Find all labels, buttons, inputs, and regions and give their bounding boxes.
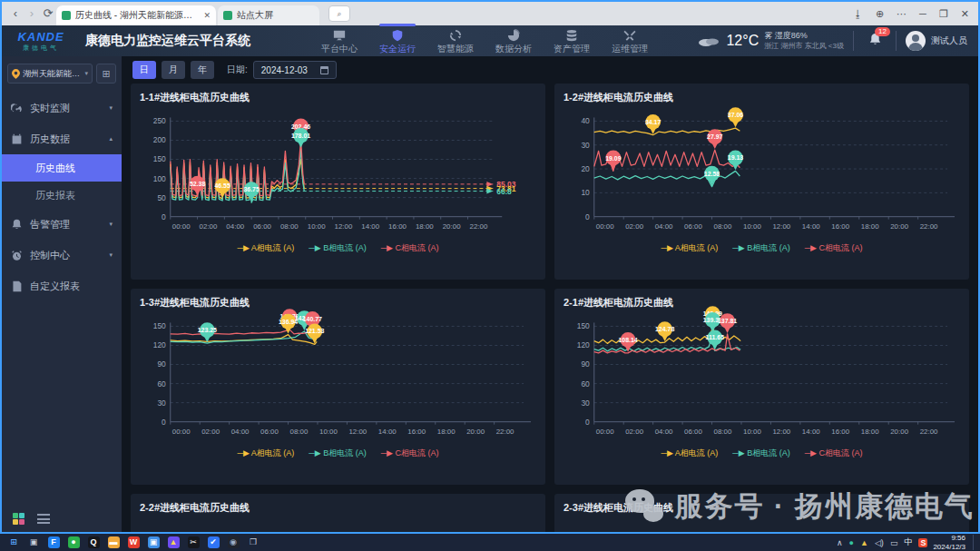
browser-forward-button[interactable]: › bbox=[24, 3, 40, 25]
sidebar-item-alarm[interactable]: 告警管理 ▾ bbox=[2, 209, 122, 240]
period-month-button[interactable]: 月 bbox=[162, 61, 185, 79]
svg-text:14:00: 14:00 bbox=[378, 428, 397, 436]
legend-item[interactable]: ─▶ C相电流 (A) bbox=[381, 448, 439, 459]
chart-legend: ─▶ A相电流 (A)─▶ B相电流 (A)─▶ C相电流 (A) bbox=[140, 448, 536, 459]
sidebar-item-history-data[interactable]: 历史数据 ▴ bbox=[2, 123, 122, 154]
legend-item[interactable]: ─▶ A相电流 (A) bbox=[662, 448, 719, 459]
nav-platform-center[interactable]: 平台中心 bbox=[314, 27, 365, 55]
legend-item[interactable]: ─▶ A相电流 (A) bbox=[238, 448, 295, 459]
nav-asset-management[interactable]: 资产管理 bbox=[546, 27, 597, 55]
chevron-down-icon: ▾ bbox=[109, 221, 113, 228]
start-icon[interactable]: ⊞ bbox=[4, 535, 24, 550]
tray-color-icon[interactable]: ▲ bbox=[860, 538, 868, 547]
gauge-icon bbox=[11, 103, 23, 114]
browser-menu-icon[interactable]: ⋯ bbox=[897, 8, 906, 20]
site-grid-button[interactable]: ⊞ bbox=[96, 64, 116, 84]
window-close-button[interactable]: ✕ bbox=[961, 8, 969, 20]
screen-capture-icon[interactable]: ❐ bbox=[243, 535, 263, 550]
user-menu[interactable]: 测试人员 bbox=[906, 31, 971, 51]
svg-text:19.09: 19.09 bbox=[605, 155, 622, 162]
svg-text:16:00: 16:00 bbox=[407, 428, 426, 436]
browser-tab-active[interactable]: 历史曲线 - 湖州天能新能源储能管理平台 ✕ bbox=[56, 5, 216, 25]
tray-expand-icon[interactable]: ∧ bbox=[837, 538, 843, 547]
svg-text:10:00: 10:00 bbox=[743, 222, 761, 231]
apps-grid-icon[interactable] bbox=[13, 513, 24, 525]
show-desktop-button[interactable] bbox=[973, 535, 976, 550]
svg-text:18:00: 18:00 bbox=[861, 222, 879, 231]
svg-text:02:00: 02:00 bbox=[625, 428, 643, 436]
legend-item[interactable]: ─▶ B相电流 (A) bbox=[732, 448, 789, 459]
nav-data-analysis[interactable]: 数据分析 bbox=[488, 27, 539, 55]
browser-tab-inactive[interactable]: 站点大屏 bbox=[218, 5, 319, 25]
browser-back-button[interactable]: ‹ bbox=[7, 3, 24, 25]
legend-item[interactable]: ─▶ C相电流 (A) bbox=[381, 242, 439, 254]
browser-download-icon[interactable]: ⭳ bbox=[853, 8, 863, 19]
volume-icon[interactable]: ◁) bbox=[875, 538, 884, 547]
chart-title: 2-3#进线柜电流历史曲线 bbox=[564, 501, 960, 515]
date-picker[interactable]: 2024-12-03 bbox=[253, 61, 337, 79]
marker-balloon: 19.13 bbox=[728, 151, 744, 171]
tab-title: 历史曲线 - 湖州天能新能源储能管理平台 bbox=[75, 9, 200, 22]
window-minimize-button[interactable]: ─ bbox=[919, 8, 926, 19]
tab-title: 站点大屏 bbox=[237, 9, 314, 22]
legend-item[interactable]: ─▶ A相电流 (A) bbox=[662, 242, 719, 254]
period-day-button[interactable]: 日 bbox=[132, 61, 156, 79]
svg-text:10:00: 10:00 bbox=[308, 222, 326, 231]
top-nav: 平台中心 安全运行 智慧能源 数据分析 资产管理 运维管理 bbox=[314, 27, 655, 55]
sidebar-item-control-center[interactable]: 控制中心 ▾ bbox=[2, 240, 122, 271]
svg-text:150: 150 bbox=[577, 321, 590, 330]
sidebar-item-history-curve[interactable]: 历史曲线 bbox=[2, 154, 122, 182]
nav-ops-management[interactable]: 运维管理 bbox=[604, 27, 655, 55]
sogou-icon[interactable]: S bbox=[918, 538, 927, 547]
file-explorer-icon[interactable]: ▬ bbox=[103, 535, 123, 550]
marker-balloon: 19.09 bbox=[605, 151, 622, 171]
task-view-icon[interactable]: ▣ bbox=[24, 535, 44, 550]
svg-text:108.14: 108.14 bbox=[618, 337, 637, 343]
camera-app-icon[interactable]: ◉ bbox=[223, 535, 243, 550]
nav-smart-energy[interactable]: 智慧能源 bbox=[430, 27, 481, 55]
sidebar-item-history-report[interactable]: 历史报表 bbox=[2, 182, 122, 209]
pc-manager-icon[interactable]: ✔ bbox=[203, 535, 223, 550]
svg-text:30: 30 bbox=[157, 398, 166, 408]
svg-text:22:00: 22:00 bbox=[920, 428, 938, 436]
input-method-indicator[interactable]: 中 bbox=[904, 536, 912, 548]
wps-icon[interactable]: W bbox=[123, 535, 143, 550]
legend-item[interactable]: ─▶ C相电流 (A) bbox=[805, 448, 863, 459]
mountain-app-icon[interactable]: ▲ bbox=[163, 535, 183, 550]
sidebar-item-custom-report[interactable]: 自定义报表 bbox=[2, 271, 122, 301]
database-icon bbox=[565, 29, 578, 42]
window-maximize-button[interactable]: ❐ bbox=[939, 8, 948, 20]
feishu-icon[interactable]: F bbox=[44, 535, 64, 550]
network-icon[interactable]: ▭ bbox=[890, 538, 898, 547]
legend-item[interactable]: ─▶ A相电流 (A) bbox=[238, 242, 295, 254]
taskbar-clock[interactable]: 9:56 2024/12/3 bbox=[927, 534, 971, 550]
tray-green-icon[interactable]: ● bbox=[849, 538, 854, 547]
photos-icon[interactable]: ▣ bbox=[143, 535, 163, 550]
user-name: 测试人员 bbox=[931, 34, 967, 47]
qq-icon[interactable]: Q bbox=[83, 535, 103, 550]
legend-item[interactable]: ─▶ B相电流 (A) bbox=[309, 448, 366, 459]
monitor-icon bbox=[333, 29, 346, 42]
list-icon[interactable] bbox=[37, 514, 50, 524]
tab-search-icon[interactable]: ⌕ bbox=[328, 5, 350, 22]
period-year-button[interactable]: 年 bbox=[191, 61, 214, 79]
capcut-icon[interactable]: ✂ bbox=[183, 535, 203, 550]
legend-item[interactable]: ─▶ B相电流 (A) bbox=[732, 242, 789, 254]
svg-text:19.13: 19.13 bbox=[728, 154, 744, 161]
legend-item[interactable]: ─▶ B相电流 (A) bbox=[309, 242, 366, 254]
nav-safe-operation[interactable]: 安全运行 bbox=[372, 27, 423, 55]
svg-text:60: 60 bbox=[157, 379, 166, 389]
chart-legend: ─▶ A相电流 (A)─▶ B相电流 (A)─▶ C相电流 (A) bbox=[564, 242, 960, 254]
chart-legend: ─▶ A相电流 (A)─▶ B相电流 (A)─▶ C相电流 (A) bbox=[564, 448, 960, 459]
site-selector[interactable]: 湖州天能新能源有... ▾ bbox=[7, 64, 93, 84]
wechat-icon[interactable]: ● bbox=[64, 535, 83, 550]
legend-item[interactable]: ─▶ C相电流 (A) bbox=[805, 242, 863, 254]
notifications-button[interactable]: 12 bbox=[863, 33, 887, 50]
browser-extensions-icon[interactable]: ⊕ bbox=[876, 8, 884, 20]
svg-text:12:00: 12:00 bbox=[335, 222, 353, 231]
sidebar-item-realtime[interactable]: 实时监测 ▾ bbox=[2, 93, 122, 123]
browser-refresh-button[interactable]: ⟳ bbox=[40, 3, 56, 25]
tab-close-icon[interactable]: ✕ bbox=[203, 11, 211, 20]
svg-text:150: 150 bbox=[153, 321, 166, 330]
svg-text:50: 50 bbox=[157, 193, 166, 202]
